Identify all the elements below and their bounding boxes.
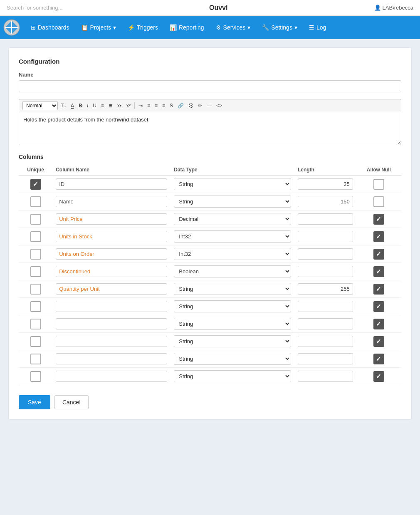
unique-checkbox[interactable] xyxy=(22,301,49,312)
unique-checkbox[interactable] xyxy=(22,249,49,260)
allow-null-checkbox-inner[interactable] xyxy=(373,284,384,295)
allow-null-checkbox-inner[interactable] xyxy=(373,179,384,190)
allow-null-checkbox[interactable] xyxy=(360,319,398,329)
allow-null-checkbox-inner[interactable] xyxy=(373,214,384,225)
column-name-input[interactable] xyxy=(56,231,167,242)
allow-null-checkbox-inner[interactable] xyxy=(373,354,384,364)
allow-null-checkbox[interactable] xyxy=(360,196,398,207)
rte-indent-btn[interactable]: ⇥ xyxy=(137,102,144,109)
rte-font-size-btn[interactable]: T↕ xyxy=(59,102,68,109)
column-name-input[interactable] xyxy=(56,336,167,347)
nav-triggers[interactable]: ⚡ Triggers xyxy=(122,16,164,39)
data-type-select[interactable]: StringInt32DecimalBooleanDateTimeFloatIn… xyxy=(174,230,291,243)
rte-format-select[interactable]: Normal Heading 1 Heading 2 xyxy=(22,101,58,110)
unique-checkbox[interactable] xyxy=(22,336,49,347)
rte-align-center-btn[interactable]: ≡ xyxy=(146,102,152,109)
allow-null-checkbox-inner[interactable] xyxy=(373,196,384,207)
unique-checkbox[interactable] xyxy=(22,231,49,242)
column-name-input[interactable] xyxy=(56,283,167,295)
column-name-input[interactable] xyxy=(56,318,167,329)
allow-null-checkbox-inner[interactable] xyxy=(373,249,384,260)
rte-italic-btn[interactable]: I xyxy=(85,102,90,109)
unique-checkbox[interactable] xyxy=(22,284,49,295)
allow-null-checkbox[interactable] xyxy=(360,231,398,242)
rte-highlight-btn[interactable]: ✏ xyxy=(196,102,204,109)
column-name-input[interactable] xyxy=(56,301,167,312)
description-content[interactable]: Holds the product details from the north… xyxy=(19,112,401,145)
unique-checkbox[interactable] xyxy=(22,319,49,329)
rte-underline-btn[interactable]: U xyxy=(91,102,98,109)
rte-superscript-btn[interactable]: x² xyxy=(125,102,132,109)
unique-checkbox-inner[interactable] xyxy=(30,354,41,364)
allow-null-checkbox[interactable] xyxy=(360,371,398,382)
unique-checkbox-inner[interactable] xyxy=(30,266,41,277)
allow-null-checkbox[interactable] xyxy=(360,179,398,190)
data-type-select[interactable]: StringInt32DecimalBooleanDateTimeFloatIn… xyxy=(174,370,291,382)
data-type-select[interactable]: StringInt32DecimalBooleanDateTimeFloatIn… xyxy=(174,300,291,312)
unique-checkbox[interactable] xyxy=(22,354,49,364)
allow-null-checkbox-inner[interactable] xyxy=(373,371,384,382)
allow-null-checkbox-inner[interactable] xyxy=(373,319,384,329)
length-input[interactable] xyxy=(298,301,353,312)
nav-reporting[interactable]: 📊 Reporting xyxy=(164,16,210,39)
rte-strikethrough-btn[interactable]: S xyxy=(168,102,175,109)
nav-log[interactable]: ☰ Log xyxy=(303,16,332,39)
column-name-input[interactable] xyxy=(56,371,167,382)
length-input[interactable] xyxy=(298,371,353,382)
rte-hr-btn[interactable]: — xyxy=(205,102,213,109)
length-input[interactable] xyxy=(298,283,353,295)
unique-checkbox[interactable] xyxy=(22,214,49,225)
data-type-select[interactable]: StringInt32DecimalBooleanDateTimeFloatIn… xyxy=(174,178,291,190)
nav-services[interactable]: ⚙ Services ▾ xyxy=(210,16,257,39)
unique-checkbox[interactable] xyxy=(22,179,49,190)
unique-checkbox[interactable] xyxy=(22,266,49,277)
allow-null-checkbox[interactable] xyxy=(360,336,398,347)
allow-null-checkbox-inner[interactable] xyxy=(373,231,384,242)
length-input[interactable] xyxy=(298,231,353,242)
rte-unordered-list-btn[interactable]: ≣ xyxy=(107,102,114,109)
allow-null-checkbox[interactable] xyxy=(360,354,398,364)
allow-null-checkbox[interactable] xyxy=(360,214,398,225)
unique-checkbox-inner[interactable] xyxy=(30,196,41,207)
unique-checkbox-inner[interactable] xyxy=(30,336,41,347)
column-name-input[interactable] xyxy=(56,353,167,364)
column-name-input[interactable] xyxy=(56,248,167,260)
length-input[interactable] xyxy=(298,248,353,260)
length-input[interactable] xyxy=(298,196,353,207)
rte-align-right-btn[interactable]: ≡ xyxy=(153,102,159,109)
data-type-select[interactable]: StringInt32DecimalBooleanDateTimeFloatIn… xyxy=(174,248,291,260)
data-type-select[interactable]: StringInt32DecimalBooleanDateTimeFloatIn… xyxy=(174,283,291,295)
allow-null-checkbox[interactable] xyxy=(360,284,398,295)
rte-bold-btn[interactable]: B xyxy=(77,102,84,109)
allow-null-checkbox-inner[interactable] xyxy=(373,336,384,347)
length-input[interactable] xyxy=(298,353,353,364)
length-input[interactable] xyxy=(298,178,353,190)
save-button[interactable]: Save xyxy=(19,395,50,409)
unique-checkbox-inner[interactable] xyxy=(30,249,41,260)
column-name-input[interactable] xyxy=(56,196,167,207)
unique-checkbox-inner[interactable] xyxy=(30,179,41,190)
column-name-input[interactable] xyxy=(56,266,167,277)
column-name-input[interactable] xyxy=(56,178,167,190)
data-type-select[interactable]: StringInt32DecimalBooleanDateTimeFloatIn… xyxy=(174,196,291,208)
data-type-select[interactable]: StringInt32DecimalBooleanDateTimeFloatIn… xyxy=(174,265,291,277)
nav-dashboards[interactable]: ⊞ Dashboards xyxy=(25,16,75,39)
rte-align-justify-btn[interactable]: ≡ xyxy=(161,102,167,109)
allow-null-checkbox-inner[interactable] xyxy=(373,301,384,312)
unique-checkbox-inner[interactable] xyxy=(30,301,41,312)
rte-subscript-btn[interactable]: x₂ xyxy=(116,102,124,109)
search-placeholder[interactable]: Search for something... xyxy=(7,5,62,11)
data-type-select[interactable]: StringInt32DecimalBooleanDateTimeFloatIn… xyxy=(174,353,291,365)
data-type-select[interactable]: StringInt32DecimalBooleanDateTimeFloatIn… xyxy=(174,213,291,225)
unique-checkbox-inner[interactable] xyxy=(30,214,41,225)
allow-null-checkbox-inner[interactable] xyxy=(373,266,384,277)
length-input[interactable] xyxy=(298,336,353,347)
unique-checkbox-inner[interactable] xyxy=(30,319,41,329)
nav-projects[interactable]: 📋 Projects ▾ xyxy=(75,16,122,39)
data-type-select[interactable]: StringInt32DecimalBooleanDateTimeFloatIn… xyxy=(174,318,291,330)
allow-null-checkbox[interactable] xyxy=(360,249,398,260)
allow-null-checkbox[interactable] xyxy=(360,266,398,277)
rte-ordered-list-btn[interactable]: ≡ xyxy=(99,102,106,109)
rte-source-btn[interactable]: <> xyxy=(215,102,224,109)
allow-null-checkbox[interactable] xyxy=(360,301,398,312)
